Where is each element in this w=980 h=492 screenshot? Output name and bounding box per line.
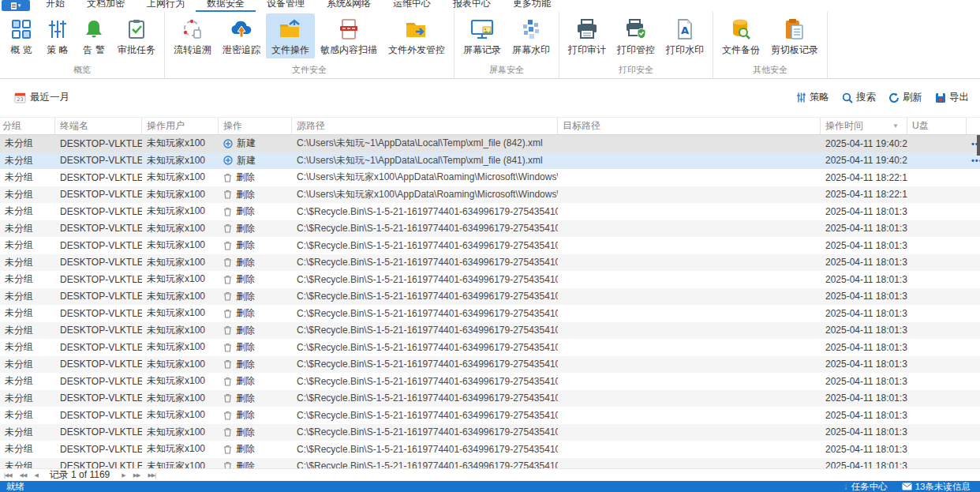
cell-time: 2025-04-11 18:01:38 bbox=[821, 444, 907, 455]
trash-icon bbox=[223, 359, 232, 369]
cell-group: 未分组 bbox=[0, 374, 55, 388]
file-operations-button[interactable]: 文件操作 bbox=[266, 13, 315, 58]
screen-record-button[interactable]: 屏幕记录 bbox=[458, 13, 507, 58]
tab-home[interactable]: 开始 bbox=[35, 0, 76, 12]
screen-watermark-button[interactable]: 屏幕水印 bbox=[507, 13, 555, 58]
flow-trace-button[interactable]: 流转追溯 bbox=[168, 13, 217, 58]
tab-ops-center[interactable]: 运维中心 bbox=[382, 0, 442, 12]
unread-messages-button[interactable]: 13条未读信息 bbox=[902, 481, 971, 492]
cell-group: 未分组 bbox=[0, 426, 55, 439]
tab-system-network[interactable]: 系统&网络 bbox=[316, 0, 382, 12]
search-button[interactable]: 搜索 bbox=[842, 91, 876, 104]
vertical-scrollbar[interactable] bbox=[977, 135, 980, 468]
tab-report-center[interactable]: 报表中心 bbox=[442, 0, 502, 12]
cell-operation: 删除 bbox=[219, 238, 292, 252]
app-menu-button[interactable]: ▾ bbox=[2, 0, 30, 11]
approval-tasks-button[interactable]: 审批任务 bbox=[112, 13, 161, 58]
print-control-button[interactable]: 打印管控 bbox=[612, 13, 660, 58]
table-row[interactable]: 未分组 DESKTOP-VLKTLE1 未知玩家x100 删除 C:\Users… bbox=[0, 169, 980, 186]
column-header-target-path[interactable]: 目标路径 bbox=[558, 118, 821, 134]
column-header-source-path[interactable]: 源路径 bbox=[292, 118, 558, 134]
file-backup-button[interactable]: 文件备份 bbox=[716, 13, 765, 58]
table-row[interactable]: 未分组 DESKTOP-VLKTLE1 未知玩家x100 删除 C:\$Recy… bbox=[0, 271, 980, 288]
cell-source-path: C:\$Recycle.Bin\S-1-5-21-1619774401-6349… bbox=[292, 257, 558, 268]
table-row[interactable]: 未分组 DESKTOP-VLKTLE1 未知玩家x100 新建 C:\Users… bbox=[0, 135, 980, 152]
screen-record-label: 屏幕记录 bbox=[463, 43, 501, 57]
mosaic-icon bbox=[519, 17, 543, 42]
cell-source-path: C:\$Recycle.Bin\S-1-5-21-1619774401-6349… bbox=[292, 223, 558, 234]
column-header-operation[interactable]: 操作 bbox=[219, 118, 292, 134]
clipboard-record-button[interactable]: 剪切板记录 bbox=[765, 13, 824, 58]
table-row[interactable]: 未分组 DESKTOP-VLKTLE1 未知玩家x100 删除 C:\Users… bbox=[0, 186, 980, 204]
table-row[interactable]: 未分组 DESKTOP-VLKTLE1 未知玩家x100 删除 C:\$Recy… bbox=[0, 373, 980, 390]
cell-time: 2025-04-11 18:22:13 bbox=[821, 172, 907, 183]
table-row[interactable]: 未分组 DESKTOP-VLKTLE1 未知玩家x100 删除 C:\$Recy… bbox=[0, 407, 980, 424]
file-outgoing-control-button[interactable]: 文件外发管控 bbox=[383, 13, 451, 58]
prev-page-button[interactable]: ◀ bbox=[30, 472, 41, 479]
date-range-filter[interactable]: 23 最近一月 bbox=[14, 91, 69, 104]
cell-user: 未知玩家x100 bbox=[142, 290, 219, 303]
last-page-button[interactable]: ▶▶| bbox=[144, 472, 159, 479]
file-operations-label: 文件操作 bbox=[271, 43, 309, 57]
first-page-button[interactable]: |◀◀ bbox=[0, 472, 16, 479]
tab-data-security[interactable]: 数据安全 bbox=[196, 0, 256, 12]
screen-watermark-label: 屏幕水印 bbox=[512, 43, 550, 57]
tab-device-mgmt[interactable]: 设备管理 bbox=[256, 0, 316, 12]
table-row[interactable]: 未分组 DESKTOP-VLKTLE1 未知玩家x100 删除 C:\$Recy… bbox=[0, 390, 980, 407]
refresh-button[interactable]: 刷新 bbox=[888, 91, 922, 104]
export-icon bbox=[935, 92, 946, 103]
cell-terminal: DESKTOP-VLKTLE1 bbox=[55, 342, 142, 353]
cell-time: 2025-04-11 18:01:38 bbox=[821, 426, 907, 438]
trash-icon bbox=[223, 275, 232, 284]
cell-operation: 删除 bbox=[219, 290, 292, 303]
tab-more-features[interactable]: 更多功能 bbox=[502, 0, 562, 12]
column-header-usb[interactable]: U盘 bbox=[907, 118, 967, 134]
sensitive-scan-button[interactable]: 敏感内容扫描 bbox=[315, 13, 383, 58]
print-watermark-label: 打印水印 bbox=[666, 43, 704, 57]
column-header-group[interactable]: 分组 bbox=[0, 118, 55, 134]
table-header: 分组 终端名 操作用户 操作 源路径 目标路径 操作时间▼ U盘 bbox=[0, 117, 980, 135]
table-row[interactable]: 未分组 DESKTOP-VLKTLE1 未知玩家x100 新建 C:\Users… bbox=[0, 152, 980, 170]
table-row[interactable]: 未分组 DESKTOP-VLKTLE1 未知玩家x100 删除 C:\$Recy… bbox=[0, 339, 980, 356]
cell-user: 未知玩家x100 bbox=[142, 306, 219, 320]
table-row[interactable]: 未分组 DESKTOP-VLKTLE1 未知玩家x100 删除 C:\$Recy… bbox=[0, 254, 980, 272]
table-row[interactable]: 未分组 DESKTOP-VLKTLE1 未知玩家x100 删除 C:\$Recy… bbox=[0, 458, 980, 469]
cell-operation: 删除 bbox=[219, 272, 292, 286]
export-button[interactable]: 导出 bbox=[935, 91, 969, 104]
cell-user: 未知玩家x100 bbox=[142, 256, 219, 269]
tab-doc-encrypt[interactable]: 文档加密 bbox=[76, 0, 136, 12]
overview-button[interactable]: 概 览 bbox=[3, 13, 39, 58]
leak-trace-button[interactable]: 泄密追踪 bbox=[217, 13, 266, 58]
table-row[interactable]: 未分组 DESKTOP-VLKTLE1 未知玩家x100 删除 C:\$Recy… bbox=[0, 424, 980, 441]
table-row[interactable]: 未分组 DESKTOP-VLKTLE1 未知玩家x100 删除 C:\$Recy… bbox=[0, 305, 980, 322]
prev-fast-button[interactable]: ◀◀ bbox=[16, 472, 31, 479]
cell-source-path: C:\$Recycle.Bin\S-1-5-21-1619774401-6349… bbox=[292, 444, 558, 455]
cell-group: 未分组 bbox=[0, 460, 55, 468]
print-audit-label: 打印审计 bbox=[568, 43, 606, 57]
refresh-label: 刷新 bbox=[903, 91, 922, 104]
table-row[interactable]: 未分组 DESKTOP-VLKTLE1 未知玩家x100 删除 C:\$Recy… bbox=[0, 356, 980, 374]
next-fast-button[interactable]: ▶▶ bbox=[129, 472, 144, 479]
table-row[interactable]: 未分组 DESKTOP-VLKTLE1 未知玩家x100 删除 C:\$Recy… bbox=[0, 203, 980, 220]
print-audit-button[interactable]: 打印审计 bbox=[563, 13, 612, 58]
table-row[interactable]: 未分组 DESKTOP-VLKTLE1 未知玩家x100 删除 C:\$Recy… bbox=[0, 322, 980, 340]
task-center-button[interactable]: ↓ 任务中心 bbox=[843, 481, 888, 492]
policy-button[interactable]: 策 略 bbox=[39, 13, 76, 58]
cell-source-path: C:\$Recycle.Bin\S-1-5-21-1619774401-6349… bbox=[292, 325, 558, 336]
table-row[interactable]: 未分组 DESKTOP-VLKTLE1 未知玩家x100 删除 C:\$Recy… bbox=[0, 441, 980, 458]
table-row[interactable]: 未分组 DESKTOP-VLKTLE1 未知玩家x100 删除 C:\$Recy… bbox=[0, 288, 980, 306]
tab-web-behavior[interactable]: 上网行为 bbox=[136, 0, 196, 12]
column-header-terminal[interactable]: 终端名 bbox=[55, 118, 142, 134]
table-row[interactable]: 未分组 DESKTOP-VLKTLE1 未知玩家x100 删除 C:\$Recy… bbox=[0, 220, 980, 238]
cell-source-path: C:\$Recycle.Bin\S-1-5-21-1619774401-6349… bbox=[292, 274, 558, 285]
filter-dropdown-icon[interactable]: ▼ bbox=[892, 122, 902, 130]
table-row[interactable]: 未分组 DESKTOP-VLKTLE1 未知玩家x100 删除 C:\$Recy… bbox=[0, 237, 980, 254]
alert-button[interactable]: 告 警 bbox=[76, 13, 112, 58]
column-header-time[interactable]: 操作时间▼ bbox=[821, 118, 907, 134]
policy-action-button[interactable]: 策略 bbox=[796, 91, 829, 104]
column-header-user[interactable]: 操作用户 bbox=[142, 118, 219, 134]
print-watermark-button[interactable]: A 打印水印 bbox=[660, 13, 709, 58]
cell-source-path: C:\Users\未知玩~1\AppData\Local\Temp\xml_fi… bbox=[292, 154, 558, 167]
scrollbar-thumb[interactable] bbox=[977, 135, 980, 156]
next-page-button[interactable]: ▶ bbox=[118, 472, 129, 479]
